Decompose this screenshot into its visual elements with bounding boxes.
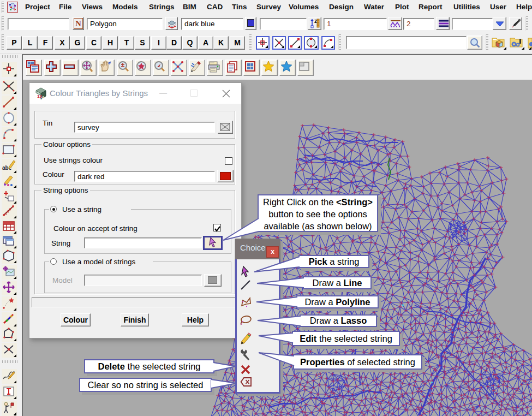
svg-text:z: z [314,18,317,24]
svg-text:d: d [41,96,44,99]
